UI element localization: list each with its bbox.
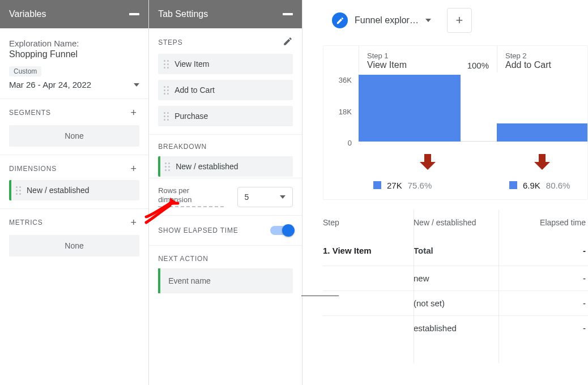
cell-step: 1. View Item: [323, 246, 414, 255]
add-segment-button[interactable]: +: [128, 107, 139, 118]
add-tab-button[interactable]: +: [447, 8, 472, 33]
step-chip[interactable]: Add to Cart: [158, 80, 293, 100]
drag-handle-icon[interactable]: [165, 162, 170, 171]
breakdown-chip[interactable]: New / established: [158, 156, 293, 177]
segments-none-chip[interactable]: None: [9, 125, 139, 147]
steps-section: STEPS View Item Add to Cart Purchase: [149, 28, 302, 135]
step-chip-label: Add to Cart: [174, 85, 215, 95]
y-tick: 0: [348, 139, 352, 147]
drag-handle-icon[interactable]: [164, 60, 169, 69]
steps-title: STEPS: [158, 38, 182, 46]
col-segment: New / established: [414, 218, 498, 228]
chevron-down-icon: [280, 195, 286, 199]
step-chip[interactable]: View Item: [158, 54, 293, 74]
drag-handle-icon[interactable]: [164, 86, 169, 95]
funnel-bar-2[interactable]: [497, 123, 587, 142]
dimensions-title: DIMENSIONS: [9, 165, 57, 173]
step-chip-label: Purchase: [174, 112, 208, 121]
date-range-value: Mar 26 - Apr 24, 2022: [9, 80, 91, 89]
tab-funnel-exploration[interactable]: Funnel explor…: [323, 8, 440, 33]
table-divider: [414, 210, 414, 363]
step-kicker: Step 1: [367, 52, 407, 60]
step-chip-label: View Item: [174, 59, 209, 69]
step-header-2: Step 2 Add to Cart: [497, 46, 587, 72]
main-canvas: Funnel explor… + Step 1 View Item 100% S…: [302, 0, 588, 385]
chevron-down-icon[interactable]: [425, 19, 431, 22]
y-axis: 36K 18K 0: [323, 75, 359, 148]
date-custom-badge: Custom: [9, 66, 41, 76]
abandon-pct: 80.6%: [546, 181, 570, 190]
step-name: Add to Cart: [505, 60, 580, 70]
connector-line: [301, 296, 339, 296]
table-header: Step New / established Elapsed time: [323, 210, 588, 235]
funnel-chart-card: Step 1 View Item 100% Step 2 Add to Cart…: [323, 45, 588, 200]
table-row[interactable]: established -: [323, 315, 588, 340]
table-row[interactable]: (not set) -: [323, 290, 588, 315]
chevron-down-icon: [134, 83, 139, 87]
add-metric-button[interactable]: +: [128, 217, 139, 228]
funnel-chart: 36K 18K 0: [323, 75, 587, 148]
cell-elapsed: -: [498, 273, 588, 283]
cell-segment: (not set): [414, 298, 498, 308]
toggle-knob: [282, 224, 295, 237]
abandonment-arrows: [323, 148, 587, 176]
step-chip[interactable]: Purchase: [158, 106, 293, 126]
drag-handle-icon[interactable]: [164, 112, 169, 121]
variables-panel: Variables Exploration Name: Shopping Fun…: [0, 0, 149, 385]
y-tick: 18K: [339, 108, 352, 116]
next-action-section: NEXT ACTION Event name: [149, 246, 302, 302]
metrics-none-chip[interactable]: None: [9, 235, 139, 256]
col-step: Step: [323, 218, 414, 227]
dimension-chip[interactable]: New / established: [9, 180, 139, 200]
table-divider: [498, 210, 499, 363]
exploration-name-label: Exploration Name:: [9, 38, 139, 48]
show-elapsed-toggle[interactable]: [270, 226, 293, 235]
table-row[interactable]: 1. View Item Total -: [323, 235, 588, 266]
abandon-arrow-2: [497, 154, 587, 170]
pencil-icon: [332, 12, 348, 28]
rows-per-dimension: Rows per dimension 5: [149, 178, 302, 216]
funnel-bar-1[interactable]: [359, 75, 461, 142]
next-action-title: NEXT ACTION: [158, 255, 208, 263]
variables-header: Variables: [0, 0, 148, 28]
add-dimension-button[interactable]: +: [128, 163, 139, 174]
y-tick: 36K: [339, 76, 352, 84]
minimize-icon[interactable]: [283, 13, 293, 15]
dimension-chip-label: New / established: [27, 186, 90, 195]
step-header-1: Step 1 View Item 100%: [359, 46, 497, 72]
tab-settings-header: Tab Settings: [149, 0, 302, 28]
breakdown-chip-label: New / established: [176, 162, 238, 171]
cell-elapsed: -: [498, 323, 588, 333]
rows-per-select[interactable]: 5: [237, 187, 293, 207]
funnel-step-headers: Step 1 View Item 100% Step 2 Add to Cart: [323, 46, 587, 72]
step-pct: 100%: [467, 61, 489, 70]
cell-elapsed: -: [498, 298, 588, 308]
step-kicker: Step 2: [505, 52, 580, 60]
date-range-picker[interactable]: Custom Mar 26 - Apr 24, 2022: [0, 66, 148, 99]
cell-segment: Total: [414, 246, 498, 255]
exploration-name-value[interactable]: Shopping Funnel: [9, 49, 139, 59]
next-action-placeholder: Event name: [168, 276, 211, 285]
rows-per-label: Rows per dimension: [158, 186, 223, 207]
legend-swatch: [509, 181, 517, 189]
legend-swatch: [373, 181, 381, 189]
show-elapsed-time-row: SHOW ELAPSED TIME: [149, 216, 302, 246]
tab-label: Funnel explor…: [355, 15, 419, 25]
abandon-value: 27K: [387, 181, 402, 190]
col-elapsed: Elapsed time: [498, 218, 588, 227]
minimize-icon[interactable]: [129, 13, 139, 15]
tab-settings-panel: Tab Settings STEPS View Item Add to Cart…: [149, 0, 302, 385]
abandonment-legend: 27K 75.6% 6.9K 80.6%: [323, 176, 587, 195]
exploration-tabbar: Funnel explor… +: [308, 0, 588, 33]
cell-segment: established: [414, 323, 498, 333]
abandon-legend-2: 6.9K 80.6%: [497, 181, 587, 190]
drag-handle-icon[interactable]: [16, 186, 21, 195]
cell-segment: new: [414, 273, 498, 283]
segments-section: SEGMENTS + None: [0, 99, 148, 155]
breakdown-section: BREAKDOWN New / established: [149, 135, 302, 178]
next-action-input[interactable]: Event name: [158, 268, 293, 293]
show-elapsed-label: SHOW ELAPSED TIME: [158, 226, 238, 234]
segments-title: SEGMENTS: [9, 109, 51, 117]
table-row[interactable]: new -: [323, 266, 588, 290]
pencil-icon[interactable]: [283, 36, 293, 48]
